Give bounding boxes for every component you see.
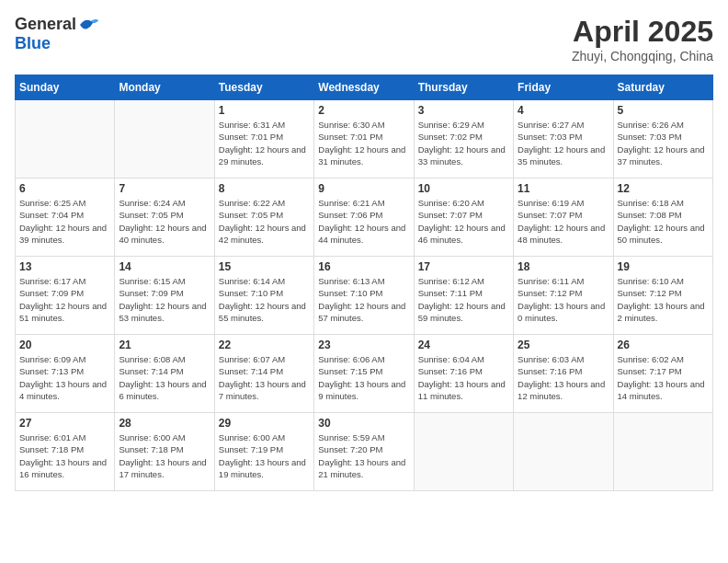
daylight-text: Daylight: 12 hours and 42 minutes. <box>219 223 306 245</box>
daylight-text: Daylight: 13 hours and 17 minutes. <box>119 457 206 479</box>
sunrise-text: Sunrise: 6:01 AM <box>19 432 85 442</box>
day-cell-21: 21Sunrise: 6:08 AMSunset: 7:14 PMDayligh… <box>115 335 214 413</box>
sunset-text: Sunset: 7:02 PM <box>418 132 483 142</box>
day-cell-20: 20Sunrise: 6:09 AMSunset: 7:13 PMDayligh… <box>16 335 115 413</box>
day-info: Sunrise: 6:06 AMSunset: 7:15 PMDaylight:… <box>318 353 409 402</box>
day-info: Sunrise: 6:00 AMSunset: 7:19 PMDaylight:… <box>219 431 310 480</box>
day-cell-4: 4Sunrise: 6:27 AMSunset: 7:03 PMDaylight… <box>514 100 613 178</box>
day-number: 30 <box>318 417 409 430</box>
sunrise-text: Sunrise: 6:24 AM <box>119 198 185 208</box>
day-cell-25: 25Sunrise: 6:03 AMSunset: 7:16 PMDayligh… <box>514 335 613 413</box>
sunrise-text: Sunrise: 6:20 AM <box>418 198 484 208</box>
day-number: 1 <box>219 104 310 117</box>
day-cell-9: 9Sunrise: 6:21 AMSunset: 7:06 PMDaylight… <box>314 178 414 257</box>
day-info: Sunrise: 6:27 AMSunset: 7:03 PMDaylight:… <box>518 119 609 167</box>
day-cell-19: 19Sunrise: 6:10 AMSunset: 7:12 PMDayligh… <box>613 257 712 335</box>
day-info: Sunrise: 6:00 AMSunset: 7:18 PMDaylight:… <box>119 431 210 480</box>
daylight-text: Daylight: 13 hours and 16 minutes. <box>19 457 107 479</box>
week-row-3: 13Sunrise: 6:17 AMSunset: 7:09 PMDayligh… <box>16 257 713 335</box>
day-number: 27 <box>19 417 110 430</box>
daylight-text: Daylight: 12 hours and 44 minutes. <box>318 223 405 245</box>
logo-general-text: General <box>15 15 76 34</box>
day-number: 24 <box>418 339 509 351</box>
daylight-text: Daylight: 12 hours and 51 minutes. <box>19 301 107 323</box>
daylight-text: Daylight: 13 hours and 9 minutes. <box>318 379 405 401</box>
sunrise-text: Sunrise: 6:00 AM <box>219 432 285 442</box>
empty-cell <box>414 413 513 491</box>
sunrise-text: Sunrise: 6:21 AM <box>318 198 384 208</box>
sunset-text: Sunset: 7:18 PM <box>119 444 183 454</box>
day-info: Sunrise: 6:13 AMSunset: 7:10 PMDaylight:… <box>318 275 409 324</box>
day-number: 14 <box>119 260 210 273</box>
day-cell-8: 8Sunrise: 6:22 AMSunset: 7:05 PMDaylight… <box>214 178 313 257</box>
logo-blue-text: Blue <box>15 34 51 53</box>
sunset-text: Sunset: 7:14 PM <box>219 366 283 376</box>
day-number: 16 <box>318 260 409 273</box>
daylight-text: Daylight: 12 hours and 31 minutes. <box>318 144 405 167</box>
daylight-text: Daylight: 13 hours and 11 minutes. <box>418 379 506 401</box>
daylight-text: Daylight: 12 hours and 50 minutes. <box>618 223 705 245</box>
sunset-text: Sunset: 7:11 PM <box>418 288 483 298</box>
daylight-text: Daylight: 12 hours and 59 minutes. <box>418 301 506 323</box>
weekday-header-wednesday: Wednesday <box>314 75 414 100</box>
sunrise-text: Sunrise: 6:04 AM <box>418 354 484 364</box>
day-info: Sunrise: 6:01 AMSunset: 7:18 PMDaylight:… <box>19 431 110 480</box>
weekday-header-monday: Monday <box>115 75 214 100</box>
daylight-text: Daylight: 13 hours and 12 minutes. <box>518 379 605 401</box>
sunset-text: Sunset: 7:16 PM <box>418 366 483 376</box>
day-number: 28 <box>119 417 210 430</box>
sunset-text: Sunset: 7:12 PM <box>518 288 582 298</box>
day-number: 18 <box>518 260 609 273</box>
sunrise-text: Sunrise: 6:19 AM <box>518 198 584 208</box>
day-cell-2: 2Sunrise: 6:30 AMSunset: 7:01 PMDaylight… <box>314 100 414 178</box>
sunrise-text: Sunrise: 6:02 AM <box>618 354 684 364</box>
sunrise-text: Sunrise: 6:06 AM <box>318 354 384 364</box>
sunset-text: Sunset: 7:06 PM <box>318 210 382 220</box>
week-row-1: 1Sunrise: 6:31 AMSunset: 7:01 PMDaylight… <box>16 100 713 178</box>
weekday-header-row: SundayMondayTuesdayWednesdayThursdayFrid… <box>16 75 713 100</box>
daylight-text: Daylight: 13 hours and 0 minutes. <box>518 301 605 323</box>
sunrise-text: Sunrise: 6:30 AM <box>318 120 384 130</box>
weekday-header-friday: Friday <box>514 75 613 100</box>
day-number: 11 <box>518 182 609 195</box>
day-cell-24: 24Sunrise: 6:04 AMSunset: 7:16 PMDayligh… <box>414 335 513 413</box>
daylight-text: Daylight: 13 hours and 4 minutes. <box>19 379 107 401</box>
day-info: Sunrise: 6:10 AMSunset: 7:12 PMDaylight:… <box>618 275 709 324</box>
sunset-text: Sunset: 7:12 PM <box>618 288 682 298</box>
daylight-text: Daylight: 13 hours and 14 minutes. <box>618 379 705 401</box>
day-number: 12 <box>618 182 709 195</box>
sunrise-text: Sunrise: 5:59 AM <box>318 432 384 442</box>
sunrise-text: Sunrise: 6:08 AM <box>119 354 185 364</box>
daylight-text: Daylight: 13 hours and 19 minutes. <box>219 457 306 479</box>
day-cell-16: 16Sunrise: 6:13 AMSunset: 7:10 PMDayligh… <box>314 257 414 335</box>
day-cell-15: 15Sunrise: 6:14 AMSunset: 7:10 PMDayligh… <box>214 257 313 335</box>
week-row-4: 20Sunrise: 6:09 AMSunset: 7:13 PMDayligh… <box>16 335 713 413</box>
sunrise-text: Sunrise: 6:18 AM <box>618 198 684 208</box>
day-number: 25 <box>518 339 609 351</box>
sunrise-text: Sunrise: 6:07 AM <box>219 354 285 364</box>
day-number: 26 <box>618 339 709 351</box>
weekday-header-tuesday: Tuesday <box>214 75 313 100</box>
daylight-text: Daylight: 12 hours and 33 minutes. <box>418 144 506 167</box>
weekday-header-thursday: Thursday <box>414 75 513 100</box>
day-info: Sunrise: 6:02 AMSunset: 7:17 PMDaylight:… <box>618 353 709 402</box>
day-cell-30: 30Sunrise: 5:59 AMSunset: 7:20 PMDayligh… <box>314 413 414 491</box>
daylight-text: Daylight: 13 hours and 21 minutes. <box>318 457 405 479</box>
sunrise-text: Sunrise: 6:31 AM <box>219 120 285 130</box>
empty-cell <box>16 100 115 178</box>
day-number: 20 <box>19 339 110 351</box>
day-cell-26: 26Sunrise: 6:02 AMSunset: 7:17 PMDayligh… <box>613 335 712 413</box>
day-number: 19 <box>618 260 709 273</box>
sunrise-text: Sunrise: 6:26 AM <box>618 120 684 130</box>
daylight-text: Daylight: 12 hours and 35 minutes. <box>518 144 605 167</box>
sunrise-text: Sunrise: 6:14 AM <box>219 276 285 286</box>
weekday-header-sunday: Sunday <box>16 75 115 100</box>
week-row-5: 27Sunrise: 6:01 AMSunset: 7:18 PMDayligh… <box>16 413 713 491</box>
daylight-text: Daylight: 12 hours and 55 minutes. <box>219 301 306 323</box>
sunset-text: Sunset: 7:19 PM <box>219 444 283 454</box>
day-info: Sunrise: 6:18 AMSunset: 7:08 PMDaylight:… <box>618 197 709 246</box>
day-number: 4 <box>518 104 609 117</box>
day-number: 23 <box>318 339 409 351</box>
day-cell-18: 18Sunrise: 6:11 AMSunset: 7:12 PMDayligh… <box>514 257 613 335</box>
sunset-text: Sunset: 7:17 PM <box>618 366 682 376</box>
